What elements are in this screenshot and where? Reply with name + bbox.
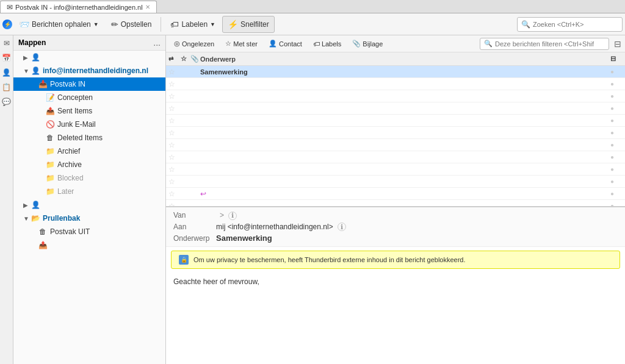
from-info-icon[interactable]: ℹ — [228, 212, 237, 220]
folder-item-prullenbak[interactable]: 🗑 Postvak UIT — [13, 225, 165, 238]
attachment-icon: 📎 — [352, 40, 361, 48]
labels-filter-icon: 🏷 — [313, 40, 320, 48]
concepten-label: Concepten — [57, 93, 163, 102]
tab-close-icon[interactable]: ✕ — [145, 4, 150, 10]
nav-tasks-icon[interactable]: 📋 — [1, 82, 12, 93]
labels-filter-label: Labels — [322, 40, 341, 48]
body-opening: Geachte heer of mevrouw, — [173, 277, 618, 286]
sent-label: Sent Items — [57, 107, 163, 115]
star-icon: ☆ — [225, 40, 231, 48]
star-icon-1[interactable]: ☆ — [168, 68, 181, 76]
message-row[interactable]: ☆ ↩ ● — [166, 188, 625, 200]
folder-item-account1[interactable]: ▶ 👤 — [13, 51, 165, 64]
labels-filter-button[interactable]: 🏷 Labels — [309, 37, 345, 51]
sort-thread-icon[interactable]: ⇄ — [168, 55, 181, 62]
local-account-icon: 👤 — [31, 201, 40, 209]
expand-icon-local-account[interactable]: ▶ — [23, 202, 31, 209]
search-bar[interactable]: 🔍 — [517, 17, 623, 32]
message-row[interactable]: ☆ ● — [166, 90, 625, 102]
unread-label: Ongelezen — [182, 40, 214, 48]
get-messages-button[interactable]: 📨 Berichten ophalen ▼ — [13, 16, 104, 33]
search-icon: 🔍 — [521, 20, 530, 29]
from-label: Van — [173, 211, 216, 219]
contact-icon: 👤 — [269, 40, 277, 48]
toolbar-separator-1 — [161, 17, 161, 32]
nav-contacts-icon[interactable]: 👤 — [1, 67, 12, 78]
folder-item-archief[interactable]: 📁 Archief — [13, 145, 165, 158]
more-columns-icon[interactable]: ⊟ — [610, 55, 623, 63]
quickfilter-button[interactable]: ⚡ Snelfilter — [222, 16, 275, 33]
prullenbak-icon: 🗑 — [38, 227, 48, 236]
preview-body: Geachte heer of mevrouw, — [166, 273, 625, 291]
subject-column-header[interactable]: Onderwerp — [200, 55, 610, 63]
expand-icon-account1[interactable]: ▶ — [23, 54, 31, 61]
folder-item-blocked[interactable]: 📁 Blocked — [13, 171, 165, 185]
message-row[interactable]: ☆ ● — [166, 127, 625, 139]
message-row[interactable]: ☆ ● — [166, 176, 625, 188]
contact-filter-button[interactable]: 👤 Contact — [264, 37, 306, 51]
unread-filter-button[interactable]: ◎ Ongelezen — [170, 37, 219, 51]
starred-label: Met ster — [233, 40, 258, 48]
folder-item-later[interactable]: 📁 Later — [13, 185, 165, 198]
postvak-in-label: Postvak IN — [50, 80, 163, 88]
folder-item-junk[interactable]: 🚫 Junk E-Mail — [13, 118, 165, 131]
compose-icon: ✏ — [111, 20, 118, 29]
sent-icon: 📤 — [45, 107, 55, 115]
privacy-banner: 🔒 Om uw privacy te beschermen, heeft Thu… — [171, 251, 620, 269]
filter-search-icon: 🔍 — [484, 40, 493, 48]
message-row[interactable]: ☆ ● — [166, 151, 625, 163]
subject-label: Onderwerp — [173, 234, 216, 243]
junk-icon: 🚫 — [45, 120, 55, 129]
folder-item-local-account[interactable]: ▶ 👤 — [13, 198, 165, 212]
blocked-icon: 📁 — [45, 174, 55, 182]
app-icon: ⚡ — [2, 20, 12, 29]
expand-icon-lokale-mappen[interactable]: ▼ — [23, 215, 31, 222]
content-area: ◎ Ongelezen ☆ Met ster 👤 Contact 🏷 Label… — [166, 35, 625, 364]
deleted-label: Deleted Items — [57, 134, 163, 142]
compose-button[interactable]: ✏ Opstellen — [106, 16, 157, 33]
folder-item-account2[interactable]: ▼ 👤 info@internethandleidingen.nl — [13, 64, 165, 77]
sidebar-more-button[interactable]: ... — [153, 38, 161, 48]
sidebar-title: Mappen — [18, 38, 46, 47]
starred-filter-button[interactable]: ☆ Met ster — [221, 37, 262, 51]
to-value: mij <info@internethandleidingen.nl> ℹ — [216, 223, 618, 232]
nav-mail-icon[interactable]: ✉ — [1, 38, 12, 49]
folder-item-archive[interactable]: 📁 Archive — [13, 158, 165, 171]
nav-calendar-icon[interactable]: 📅 — [1, 52, 12, 63]
account2-label: info@internethandleidingen.nl — [43, 66, 163, 75]
message-row[interactable]: ☆ ● — [166, 163, 625, 176]
sort-star-icon[interactable]: ☆ — [181, 55, 190, 63]
from-row: Van > ℹ — [173, 210, 618, 221]
message-row[interactable]: ☆ ● — [166, 102, 625, 115]
main-tab[interactable]: ✉ Postvak IN - info@internethandleidinge… — [0, 1, 157, 13]
attachment-filter-button[interactable]: 📎 Bijlage — [348, 37, 387, 51]
labels-icon: 🏷 — [170, 20, 179, 29]
folder-item-postvak-uit[interactable]: 📤 — [13, 238, 165, 252]
nav-chat-icon[interactable]: 💬 — [1, 96, 12, 107]
sidebar-header: Mappen ... — [13, 35, 165, 51]
message-row[interactable]: ☆ Samenwerking ● — [166, 66, 625, 78]
labels-dropdown-icon[interactable]: ▼ — [210, 21, 215, 27]
subject-1: Samenwerking — [200, 68, 610, 76]
to-info-icon[interactable]: ℹ — [338, 223, 346, 231]
filter-search-input[interactable] — [495, 40, 605, 48]
folder-item-deleted[interactable]: 🗑 Deleted Items — [13, 131, 165, 145]
search-input[interactable] — [533, 21, 618, 28]
sort-attach-icon[interactable]: 📎 — [190, 55, 200, 63]
folder-item-postvak-in[interactable]: 📥 Postvak IN — [13, 77, 165, 91]
sidebar: Mappen ... ▶ 👤 ▼ 👤 info@internethandleid… — [13, 35, 166, 364]
message-row[interactable]: ☆ ● — [166, 115, 625, 127]
labels-button[interactable]: 🏷 Labelen ▼ — [165, 16, 221, 33]
message-filter-search[interactable]: 🔍 — [480, 38, 609, 50]
get-messages-dropdown-icon[interactable]: ▼ — [93, 21, 99, 27]
quickfilter-label: Snelfilter — [240, 20, 269, 29]
folder-item-concepten[interactable]: 📝 Concepten — [13, 91, 165, 104]
expand-icon-account2[interactable]: ▼ — [23, 68, 31, 74]
folder-item-sent[interactable]: 📤 Sent Items — [13, 104, 165, 118]
message-list: ☆ Samenwerking ● ☆ ● ☆ ● ☆ ● ☆ ● — [166, 66, 625, 206]
message-row[interactable]: ☆ ● — [166, 78, 625, 90]
message-row[interactable]: ☆ · ● — [166, 200, 625, 206]
list-options-icon[interactable]: ⊟ — [614, 39, 621, 49]
folder-item-lokale-mappen[interactable]: ▼ 📂 Prullenbak — [13, 212, 165, 225]
message-row[interactable]: ☆ ● — [166, 139, 625, 151]
